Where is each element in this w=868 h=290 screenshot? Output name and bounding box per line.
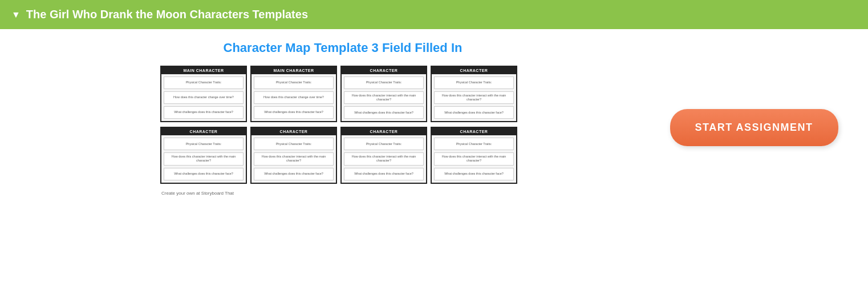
card-1-3: CHARACTER Physical Character Traits: How…	[340, 66, 427, 122]
card-2-4: CHARACTER Physical Character Traits: How…	[431, 127, 517, 183]
template-title: Character Map Template 3 Field Filled In	[23, 41, 663, 55]
attribution: Create your own at Storyboard That	[160, 191, 525, 196]
card-2-3: CHARACTER Physical Character Traits: How…	[340, 127, 427, 183]
triangle-icon: ▼	[11, 10, 21, 20]
card-field: Physical Character Traits:	[434, 76, 514, 89]
card-header: CHARACTER	[342, 67, 426, 74]
header-title: The Girl Who Drank the Moon Characters T…	[26, 8, 308, 21]
card-field: What challenges does this character face…	[344, 168, 424, 180]
card-header: CHARACTER	[252, 128, 336, 135]
card-header: CHARACTER	[161, 128, 246, 135]
card-header: CHARACTER	[432, 67, 516, 74]
grid-container: MAIN CHARACTER Physical Character Traits…	[160, 66, 525, 196]
card-field: What challenges does this character face…	[254, 168, 334, 180]
card-field: What challenges does this character face…	[344, 106, 424, 119]
card-field: How does this character interact with th…	[164, 152, 244, 165]
card-field: Physical Character Traits:	[164, 76, 244, 89]
card-field: Physical Character Traits:	[344, 138, 424, 150]
card-header: CHARACTER	[342, 128, 426, 135]
card-field: What challenges does this character face…	[164, 168, 244, 180]
card-field: How does this character change over time…	[164, 91, 244, 104]
card-field: How does this character interact with th…	[434, 152, 514, 165]
card-2-1: CHARACTER Physical Character Traits: How…	[160, 127, 247, 183]
card-1-2: MAIN CHARACTER Physical Character Traits…	[250, 66, 337, 122]
card-field: Physical Character Traits:	[164, 138, 244, 150]
start-assignment-button[interactable]: START ASSIGNMENT	[670, 109, 838, 146]
card-field: Physical Character Traits:	[254, 138, 334, 150]
card-field: What challenges does this character face…	[254, 106, 334, 119]
card-field: How does this character interact with th…	[344, 152, 424, 165]
card-1-4: CHARACTER Physical Character Traits: How…	[431, 66, 517, 122]
grid-row-1: MAIN CHARACTER Physical Character Traits…	[160, 66, 525, 122]
template-section: Character Map Template 3 Field Filled In…	[23, 41, 663, 196]
card-field: How does this character interact with th…	[434, 91, 514, 104]
side-panel: START ASSIGNMENT	[663, 41, 845, 146]
grid-row-2: CHARACTER Physical Character Traits: How…	[160, 127, 525, 183]
card-field: How does this character interact with th…	[344, 91, 424, 104]
card-field: What challenges does this character face…	[434, 106, 514, 119]
card-header: MAIN CHARACTER	[161, 67, 246, 74]
card-field: Physical Character Traits:	[434, 138, 514, 150]
main-content: Character Map Template 3 Field Filled In…	[0, 29, 868, 207]
card-field: How does this character interact with th…	[254, 152, 334, 165]
card-field: Physical Character Traits:	[344, 76, 424, 89]
card-1-1: MAIN CHARACTER Physical Character Traits…	[160, 66, 247, 122]
card-field: What challenges does this character face…	[164, 106, 244, 119]
card-2-2: CHARACTER Physical Character Traits: How…	[250, 127, 337, 183]
card-field: Physical Character Traits:	[254, 76, 334, 89]
card-header: MAIN CHARACTER	[252, 67, 336, 74]
card-header: CHARACTER	[432, 128, 516, 135]
card-field: What challenges does this character face…	[434, 168, 514, 180]
card-field: How does this character change over time…	[254, 91, 334, 104]
header-bar: ▼ The Girl Who Drank the Moon Characters…	[0, 0, 868, 29]
